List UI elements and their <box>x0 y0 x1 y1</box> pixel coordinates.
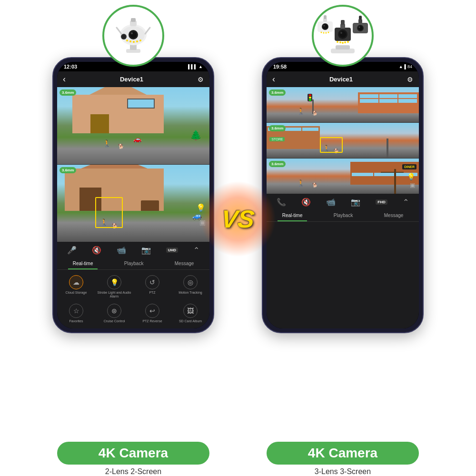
left-feature-ptz[interactable]: ↺ PTZ <box>133 273 171 301</box>
left-time: 12:03 <box>64 64 77 69</box>
light-icon-right: 💡 <box>407 173 415 180</box>
svg-rect-43 <box>358 19 362 23</box>
svg-point-31 <box>340 32 342 34</box>
left-video-icon[interactable]: 📹 <box>117 246 126 255</box>
right-tab-realtime[interactable]: Real-time <box>278 210 307 221</box>
left-photo-icon[interactable]: 📷 <box>141 246 151 255</box>
right-battery-icon: ▌84 <box>405 64 412 69</box>
right-feed-2: STORE 🚶 🐕 3.6mm <box>267 123 419 159</box>
svg-point-10 <box>129 40 131 42</box>
ptz-label: PTZ <box>149 291 155 295</box>
snapshot-icon-right: ▣ <box>410 182 415 188</box>
right-sub-label: 3-Lens 3-Screen <box>315 467 371 476</box>
left-status-icons: ▌▌▌ ▲ <box>188 64 203 69</box>
right-camera-label-side: 4K Camera 3-Lens 3-Screen <box>238 442 447 476</box>
left-feature-cloud[interactable]: ☁ Cloud Storage <box>57 273 95 301</box>
main-container: 12:03 ▌▌▌ ▲ ‹ Device1 ⚙ <box>0 0 476 476</box>
left-feature-strobe[interactable]: 💡 Strobe Light and Audio Alarm <box>95 273 133 301</box>
vs-text: VS <box>220 205 256 233</box>
left-tab-message[interactable]: Message <box>170 258 199 269</box>
left-feed-2: 🚙 🚶 🐕 3.6mm 💡 ▣ <box>57 165 209 242</box>
cloud-label: Cloud Storage <box>66 291 87 295</box>
right-camera-badge: 4K Camera <box>267 442 419 465</box>
left-tab-playback[interactable]: Playback <box>119 258 149 269</box>
svg-point-21 <box>324 25 325 27</box>
left-volume-icon[interactable]: 🔇 <box>92 246 101 255</box>
right-settings-icon[interactable]: ⚙ <box>407 76 413 83</box>
svg-point-11 <box>133 41 135 43</box>
right-camera-svg <box>317 14 369 57</box>
right-camera-feeds: 🚶 🐕 3.6mm <box>267 87 419 194</box>
left-feed-2-label: 3.6mm <box>60 167 76 173</box>
right-resolution-badge: FHD <box>376 199 387 205</box>
left-phone-frame: 12:03 ▌▌▌ ▲ ‹ Device1 ⚙ <box>52 57 214 333</box>
svg-point-5 <box>130 31 137 38</box>
right-time: 19:58 <box>273 64 287 69</box>
svg-rect-44 <box>359 16 362 20</box>
right-tabs: Real-time Playback Message <box>267 210 419 222</box>
left-back-button[interactable]: ‹ <box>63 74 66 84</box>
svg-rect-27 <box>324 15 327 19</box>
right-phone-icon[interactable]: 📞 <box>277 198 286 207</box>
cloud-icon: ☁ <box>69 275 83 289</box>
svg-point-32 <box>337 41 338 43</box>
right-back-button[interactable]: ‹ <box>272 74 275 84</box>
right-more-icon[interactable]: ⌃ <box>403 198 409 207</box>
left-camera-feeds: 🌲 🚗 🚶 🐕 3.6mm <box>57 87 209 242</box>
right-feed-1: 🚶 🐕 3.6mm <box>267 87 419 123</box>
left-feed-1-label: 3.6mm <box>60 89 76 96</box>
motion-icon: ◎ <box>183 275 198 289</box>
svg-rect-17 <box>131 18 136 22</box>
left-camera-svg <box>112 16 155 56</box>
left-phone-side: 12:03 ▌▌▌ ▲ ‹ Device1 ⚙ <box>29 5 238 333</box>
right-video-icon[interactable]: 📹 <box>326 198 336 207</box>
right-phone-screen: 19:58 ▲ ▌84 ‹ Device1 ⚙ <box>267 62 419 328</box>
vs-badge: VS <box>209 190 267 248</box>
left-camera-label-side: 4K Camera 2-Lens 2-Screen <box>29 442 238 476</box>
left-device-title: Device1 <box>120 76 143 83</box>
ptz-icon: ↺ <box>145 275 159 289</box>
left-mic-icon[interactable]: 🎤 <box>67 246 77 255</box>
favorites-label: Favorites <box>69 319 83 323</box>
wifi-icon: ▲ <box>198 64 203 69</box>
svg-point-42 <box>359 27 360 28</box>
svg-point-36 <box>347 41 349 43</box>
left-feature-motion[interactable]: ◎ Motion Tracking <box>171 273 209 301</box>
svg-rect-46 <box>336 45 350 50</box>
svg-point-6 <box>131 32 133 34</box>
cruise-label: Cruise Control <box>104 319 125 323</box>
right-photo-icon[interactable]: 📷 <box>351 198 360 207</box>
left-feature-sdcard[interactable]: 🖼 SD Card Album <box>171 301 209 326</box>
left-resolution-badge: UHD <box>166 248 178 253</box>
right-phone-frame: 19:58 ▲ ▌84 ‹ Device1 ⚙ <box>262 57 424 333</box>
right-feed-3-label: 3.6mm <box>269 161 286 167</box>
left-feature-cruise[interactable]: ⊛ Cruise Control <box>95 301 133 326</box>
signal-icon: ▌▌▌ <box>188 64 197 69</box>
ptzrev-label: PTZ Reverse <box>142 319 162 323</box>
right-feed-3: DINER <box>267 159 419 194</box>
favorites-icon: ☆ <box>69 304 83 318</box>
right-phone-side: 19:58 ▲ ▌84 ‹ Device1 ⚙ <box>238 5 447 333</box>
left-bottom-toolbar: 🎤 🔇 📹 📷 UHD ⌃ <box>57 242 209 258</box>
right-volume-icon[interactable]: 🔇 <box>301 198 311 207</box>
right-app-header: ‹ Device1 ⚙ <box>267 71 419 87</box>
left-camera-badge: 4K Camera <box>57 442 209 465</box>
right-signal-icon: ▲ <box>399 64 403 69</box>
right-tab-playback[interactable]: Playback <box>329 210 358 221</box>
ptzrev-icon: ↩ <box>145 304 159 318</box>
strobe-label: Strobe Light and Audio Alarm <box>96 291 132 299</box>
right-tab-message[interactable]: Message <box>379 210 408 221</box>
left-features-grid: ☁ Cloud Storage 💡 Strobe Light and Audio… <box>57 270 209 328</box>
left-settings-icon[interactable]: ⚙ <box>198 76 204 83</box>
svg-point-9 <box>126 40 128 41</box>
svg-point-30 <box>339 31 346 38</box>
left-tab-realtime[interactable]: Real-time <box>68 258 98 269</box>
right-feed-2-label: 3.6mm <box>269 125 286 131</box>
left-feature-favorites[interactable]: ☆ Favorites <box>57 301 95 326</box>
phones-row: 12:03 ▌▌▌ ▲ ‹ Device1 ⚙ <box>0 0 476 438</box>
left-feature-ptzrev[interactable]: ↩ PTZ Reverse <box>133 301 171 326</box>
svg-point-25 <box>328 32 329 33</box>
left-more-icon[interactable]: ⌃ <box>193 246 199 255</box>
svg-line-14 <box>117 28 121 34</box>
svg-point-24 <box>326 32 327 34</box>
